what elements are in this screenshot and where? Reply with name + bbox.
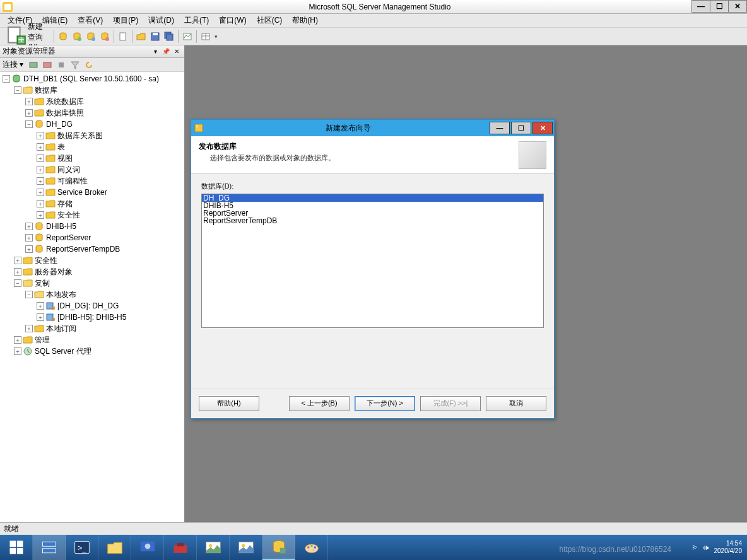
svg-rect-33 <box>9 548 16 554</box>
connect-icon[interactable] <box>27 59 40 71</box>
tree-databases[interactable]: −数据库 <box>0 85 184 96</box>
tree-views[interactable]: +视图 <box>0 153 184 164</box>
dialog-maximize-button[interactable]: ☐ <box>511 122 531 134</box>
next-button[interactable]: 下一步(N) > <box>355 396 415 411</box>
menu-tools[interactable]: 工具(T) <box>179 14 214 27</box>
task-photos[interactable] <box>197 535 230 560</box>
tree-reportservertemp[interactable]: +ReportServerTempDB <box>0 243 184 255</box>
database-list-item[interactable]: DHIB-H5 <box>202 202 543 209</box>
tree-dhib[interactable]: +DHIB-H5 <box>0 221 184 232</box>
svg-rect-27 <box>47 303 53 309</box>
dialog-close-button[interactable]: ✕ <box>532 122 553 134</box>
connect-label[interactable]: 连接 ▾ <box>3 59 23 70</box>
toolbar-dropdown-icon[interactable]: ▾ <box>215 33 218 40</box>
menu-window[interactable]: 窗口(W) <box>214 14 251 27</box>
tree-security[interactable]: +安全性 <box>0 255 184 266</box>
tree-dhdg[interactable]: −DH_DG <box>0 119 184 130</box>
tray-clock[interactable]: 14:54 2020/4/20 <box>714 540 743 555</box>
tree-local-pub[interactable]: −本地发布 <box>0 289 184 300</box>
svg-rect-48 <box>279 548 285 554</box>
tree-storage[interactable]: +存储 <box>0 198 184 209</box>
tree-synonyms[interactable]: +同义词 <box>0 164 184 175</box>
tree-pub-dhdg[interactable]: +[DH_DG]: DH_DG <box>0 300 184 312</box>
minimize-button[interactable]: — <box>691 0 710 13</box>
tree-replication[interactable]: −复制 <box>0 277 184 289</box>
filter-icon[interactable] <box>69 59 81 71</box>
toolbar-separator-3 <box>132 30 132 43</box>
task-paint[interactable] <box>295 535 328 560</box>
stop-icon[interactable] <box>55 59 68 71</box>
task-photos-2[interactable] <box>230 535 262 560</box>
menu-help[interactable]: 帮助(H) <box>287 14 323 27</box>
menu-project[interactable]: 项目(P) <box>108 14 143 27</box>
tree-pub-dhib[interactable]: +[DHIB-H5]: DHIB-H5 <box>0 312 184 323</box>
tree-db-snapshot[interactable]: +数据库快照 <box>0 107 184 119</box>
maximize-button[interactable]: ☐ <box>710 0 729 13</box>
help-button[interactable]: 帮助(H) <box>199 396 259 411</box>
database-listbox[interactable]: DH_DGDHIB-H5ReportServerReportServerTemp… <box>201 194 544 328</box>
tool-saveall-icon[interactable] <box>163 30 175 43</box>
tool-db4-icon[interactable] <box>98 30 111 43</box>
panel-pin-icon[interactable]: 📌 <box>161 47 171 57</box>
tree-security-node[interactable]: +安全性 <box>0 209 184 221</box>
tree-server-root[interactable]: −DTH_DB1 (SQL Server 10.50.1600 - sa) <box>0 73 184 85</box>
menu-community[interactable]: 社区(C) <box>252 14 288 27</box>
refresh-icon[interactable] <box>83 59 95 71</box>
panel-dropdown-icon[interactable]: ▾ <box>150 47 160 57</box>
new-query-icon: + <box>6 26 26 47</box>
tree-sql-agent[interactable]: +SQL Server 代理 <box>0 346 184 357</box>
dialog-minimize-button[interactable]: — <box>490 122 510 134</box>
svg-text:>_: >_ <box>78 544 86 552</box>
tool-file-icon[interactable] <box>117 30 129 43</box>
menu-debug[interactable]: 调试(D) <box>143 14 179 27</box>
folder-icon <box>23 255 33 265</box>
svg-rect-28 <box>47 314 53 320</box>
tree-service-broker[interactable]: +Service Broker <box>0 187 184 198</box>
tree-tables[interactable]: +表 <box>0 141 184 153</box>
task-explorer[interactable] <box>98 535 131 560</box>
database-list-item[interactable]: DH_DG <box>202 194 543 202</box>
toolbar: + 新建查询(N) ▾ <box>0 28 747 45</box>
folder-open-icon <box>23 85 33 95</box>
start-button[interactable] <box>0 535 33 560</box>
cancel-button[interactable]: 取消 <box>486 396 546 411</box>
tree-reportserver[interactable]: +ReportServer <box>0 232 184 243</box>
tree-server-objects[interactable]: +服务器对象 <box>0 266 184 277</box>
tree-local-sub[interactable]: +本地订阅 <box>0 323 184 334</box>
panel-close-icon[interactable]: ✕ <box>172 47 182 57</box>
task-toolbox[interactable] <box>164 535 197 560</box>
tree-system-db[interactable]: +系统数据库 <box>0 96 184 107</box>
tree-db-diagram[interactable]: +数据库关系图 <box>0 130 184 141</box>
close-button[interactable]: ✕ <box>728 0 747 13</box>
tree-replication-label: 复制 <box>35 278 50 289</box>
tool-db1-icon[interactable] <box>57 30 69 43</box>
tray-flag-icon[interactable]: 🏳 <box>691 544 698 551</box>
svg-point-51 <box>310 545 313 547</box>
database-list-item[interactable]: ReportServerTempDB <box>202 217 543 225</box>
tool-save-icon[interactable] <box>149 30 162 43</box>
disconnect-icon[interactable] <box>41 59 54 71</box>
new-query-button[interactable]: + 新建查询(N) <box>3 30 51 44</box>
menu-view[interactable]: 查看(V) <box>73 14 108 27</box>
tool-activity-icon[interactable] <box>181 30 194 43</box>
task-powershell[interactable]: >_ <box>66 535 98 560</box>
folder-icon <box>45 199 56 209</box>
folder-icon <box>45 131 56 141</box>
task-server-manager[interactable] <box>33 535 66 560</box>
finish-button[interactable]: 完成(F) >>| <box>420 396 481 411</box>
dialog-header-title: 发布数据库 <box>199 141 519 152</box>
tool-open-icon[interactable] <box>135 30 148 43</box>
object-explorer-panel: 对象资源管理器 ▾ 📌 ✕ 连接 ▾ −DTH_DB1 (SQL Server … <box>0 45 185 522</box>
system-tray[interactable]: 🏳 🕪 14:54 2020/4/20 <box>691 540 748 555</box>
tool-table-icon[interactable] <box>199 30 212 43</box>
task-ssms-active[interactable] <box>262 535 295 560</box>
tool-db3-icon[interactable] <box>85 30 97 43</box>
tree-management[interactable]: +管理 <box>0 334 184 346</box>
back-button[interactable]: < 上一步(B) <box>289 396 350 411</box>
tool-db2-icon[interactable] <box>71 30 83 43</box>
task-remote-desktop[interactable] <box>131 535 164 560</box>
svg-point-52 <box>314 546 316 549</box>
dialog-titlebar[interactable]: 新建发布向导 — ☐ ✕ <box>191 120 554 136</box>
tree-programmability[interactable]: +可编程性 <box>0 175 184 187</box>
tray-network-icon[interactable]: 🕪 <box>703 544 709 551</box>
